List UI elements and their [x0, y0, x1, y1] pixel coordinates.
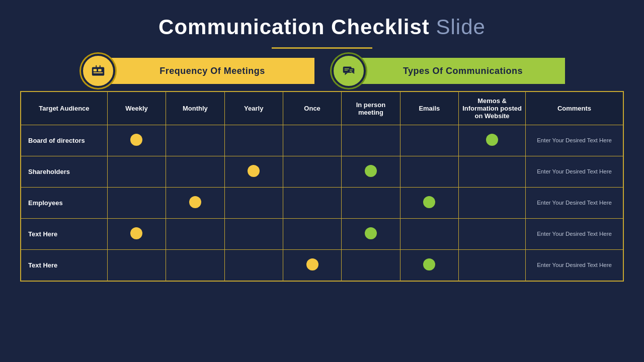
- row-label-3: Text Here: [21, 219, 108, 250]
- svg-rect-3: [94, 72, 103, 73]
- cell-emails-2: [400, 188, 458, 219]
- comments-cell-4: Enter Your Desired Text Here: [526, 250, 623, 281]
- frequency-label: Frequency Of Meetings: [159, 66, 265, 76]
- svg-rect-0: [92, 67, 104, 76]
- frequency-header-bar: Frequency Of Meetings: [98, 58, 314, 84]
- cell-yearly-2: [224, 188, 283, 219]
- dot-yellow: [306, 258, 318, 270]
- communications-icon-circle: [332, 54, 366, 88]
- cell-once-4: [283, 250, 341, 281]
- dot-yellow: [130, 227, 142, 239]
- cell-weekly-4: [107, 250, 166, 281]
- meetings-icon: [91, 63, 106, 78]
- row-label-1: Shareholders: [21, 156, 108, 188]
- cell-yearly-1: [224, 156, 283, 188]
- checklist-table: Target Audience Weekly Monthly Yearly On…: [21, 92, 623, 281]
- svg-rect-4: [96, 65, 97, 68]
- svg-rect-12: [350, 69, 353, 70]
- comments-cell-3: Enter Your Desired Text Here: [526, 219, 623, 250]
- svg-rect-13: [350, 71, 352, 71]
- col-header-comments: Comments: [526, 92, 623, 125]
- dot-yellow: [189, 196, 201, 208]
- slide-title: Communication Checklist Slide: [158, 15, 486, 39]
- dot-green: [423, 258, 435, 270]
- cell-memos-4: [459, 250, 526, 281]
- cell-inperson-1: [342, 156, 400, 188]
- table-row: ShareholdersEnter Your Desired Text Here: [21, 156, 623, 188]
- cell-memos-3: [459, 219, 526, 250]
- cell-emails-4: [400, 250, 458, 281]
- cell-inperson-0: [342, 125, 400, 156]
- cell-emails-1: [400, 156, 458, 188]
- frequency-icon-circle: [81, 54, 115, 88]
- svg-marker-9: [352, 72, 355, 74]
- communications-icon: [341, 63, 356, 78]
- cell-memos-0: [459, 125, 526, 156]
- svg-rect-10: [345, 68, 349, 69]
- communications-label: Types Of Communications: [403, 66, 523, 76]
- comments-cell-0: Enter Your Desired Text Here: [526, 125, 623, 156]
- svg-rect-11: [345, 70, 348, 70]
- frequency-header-section: Frequency Of Meetings: [98, 58, 314, 84]
- col-header-memos: Memos & Information posted on Website: [459, 92, 526, 125]
- cell-inperson-3: [342, 219, 400, 250]
- cell-once-1: [283, 156, 341, 188]
- cell-monthly-4: [166, 250, 224, 281]
- dot-green: [423, 196, 435, 208]
- col-header-weekly: Weekly: [107, 92, 166, 125]
- cell-emails-3: [400, 219, 458, 250]
- svg-rect-1: [94, 69, 97, 71]
- headers-row: Frequency Of Meetings: [20, 58, 624, 84]
- cell-yearly-3: [224, 219, 283, 250]
- communications-header-bar: Types Of Communications: [349, 58, 565, 84]
- cell-monthly-3: [166, 219, 224, 250]
- title-light: Slide: [430, 15, 486, 39]
- col-header-yearly: Yearly: [224, 92, 283, 125]
- table-header-row: Target Audience Weekly Monthly Yearly On…: [21, 92, 623, 125]
- dot-yellow: [248, 165, 260, 177]
- cell-monthly-2: [166, 188, 224, 219]
- communications-header-section: Types Of Communications: [349, 58, 565, 84]
- cell-once-3: [283, 219, 341, 250]
- dot-yellow: [130, 134, 142, 146]
- cell-weekly-0: [107, 125, 166, 156]
- svg-rect-5: [100, 65, 101, 68]
- row-label-2: Employees: [21, 188, 108, 219]
- title-bold: Communication Checklist: [158, 15, 430, 39]
- comments-cell-2: Enter Your Desired Text Here: [526, 188, 623, 219]
- cell-memos-2: [459, 188, 526, 219]
- dot-green: [486, 134, 498, 146]
- cell-once-0: [283, 125, 341, 156]
- svg-rect-2: [98, 69, 102, 71]
- col-header-inperson: In person meeting: [342, 92, 400, 125]
- cell-monthly-1: [166, 156, 224, 188]
- cell-inperson-2: [342, 188, 400, 219]
- title-area: Communication Checklist Slide: [158, 15, 486, 39]
- col-header-monthly: Monthly: [166, 92, 224, 125]
- row-label-0: Board of directors: [21, 125, 108, 156]
- row-label-4: Text Here: [21, 250, 108, 281]
- svg-marker-7: [345, 73, 348, 75]
- cell-weekly-3: [107, 219, 166, 250]
- col-header-once: Once: [283, 92, 341, 125]
- cell-once-2: [283, 188, 341, 219]
- col-header-target: Target Audience: [21, 92, 108, 125]
- slide: Communication Checklist Slide Frequency …: [0, 0, 644, 362]
- col-header-emails: Emails: [400, 92, 458, 125]
- table-row: Board of directorsEnter Your Desired Tex…: [21, 125, 623, 156]
- dot-green: [365, 165, 377, 177]
- table-row: Text HereEnter Your Desired Text Here: [21, 219, 623, 250]
- table-row: EmployeesEnter Your Desired Text Here: [21, 188, 623, 219]
- dot-green: [365, 227, 377, 239]
- comments-cell-1: Enter Your Desired Text Here: [526, 156, 623, 188]
- checklist-table-wrapper: Target Audience Weekly Monthly Yearly On…: [20, 91, 624, 282]
- cell-yearly-4: [224, 250, 283, 281]
- cell-weekly-1: [107, 156, 166, 188]
- cell-emails-0: [400, 125, 458, 156]
- cell-monthly-0: [166, 125, 224, 156]
- cell-yearly-0: [224, 125, 283, 156]
- table-row: Text HereEnter Your Desired Text Here: [21, 250, 623, 281]
- title-underline: [272, 47, 372, 49]
- cell-inperson-4: [342, 250, 400, 281]
- cell-weekly-2: [107, 188, 166, 219]
